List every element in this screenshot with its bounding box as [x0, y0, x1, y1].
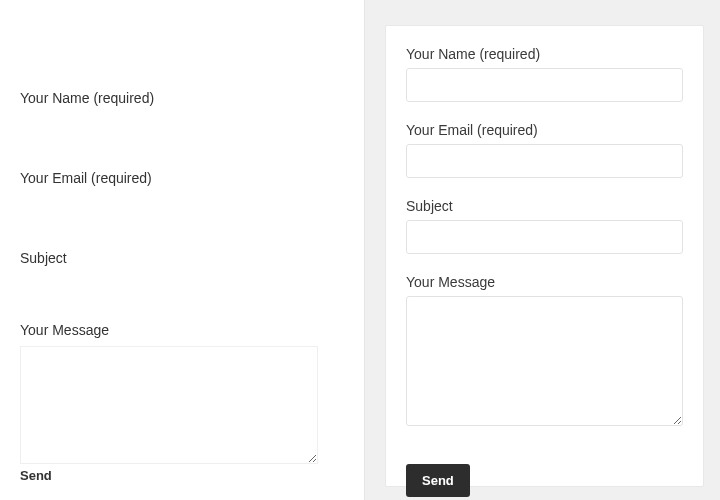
- subject-field-group: Subject: [406, 198, 683, 254]
- send-button[interactable]: Send: [406, 464, 470, 497]
- subject-label: Subject: [20, 250, 344, 266]
- message-textarea-wrap: [20, 346, 344, 468]
- send-text[interactable]: Send: [20, 468, 344, 500]
- message-label: Your Message: [406, 274, 683, 290]
- email-label: Your Email (required): [406, 122, 683, 138]
- contact-form-right: Your Name (required) Your Email (require…: [385, 25, 704, 487]
- name-field-group: Your Name (required): [20, 90, 344, 112]
- subject-field-group: Subject: [20, 250, 344, 272]
- email-label: Your Email (required): [20, 170, 344, 186]
- email-field-group: Your Email (required): [20, 170, 344, 192]
- message-label: Your Message: [20, 322, 344, 338]
- panel-gap: [365, 0, 385, 500]
- subject-label: Subject: [406, 198, 683, 214]
- message-textarea[interactable]: [406, 296, 683, 426]
- name-label: Your Name (required): [406, 46, 683, 62]
- message-textarea[interactable]: [20, 346, 318, 464]
- subject-input[interactable]: [406, 220, 683, 254]
- name-label: Your Name (required): [20, 90, 344, 106]
- message-field-group: Your Message: [20, 322, 344, 468]
- email-input[interactable]: [406, 144, 683, 178]
- contact-form-left: Your Name (required) Your Email (require…: [0, 0, 365, 500]
- name-input[interactable]: [406, 68, 683, 102]
- name-field-group: Your Name (required): [406, 46, 683, 102]
- message-field-group: Your Message: [406, 274, 683, 430]
- email-field-group: Your Email (required): [406, 122, 683, 178]
